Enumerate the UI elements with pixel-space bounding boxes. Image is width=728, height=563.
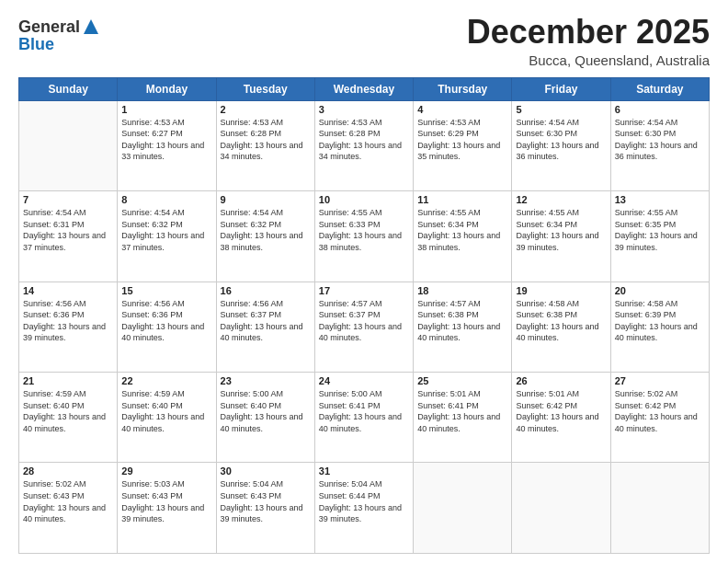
day-info: Sunrise: 5:00 AM Sunset: 6:41 PM Dayligh… (319, 388, 409, 434)
calendar-cell: 14Sunrise: 4:56 AM Sunset: 6:36 PM Dayli… (19, 282, 118, 372)
day-number: 16 (221, 285, 311, 296)
day-number: 14 (23, 285, 113, 296)
calendar-cell: 1Sunrise: 4:53 AM Sunset: 6:27 PM Daylig… (118, 100, 216, 190)
calendar-cell: 6Sunrise: 4:54 AM Sunset: 6:30 PM Daylig… (610, 100, 709, 190)
location: Bucca, Queensland, Australia (467, 52, 710, 68)
day-info: Sunrise: 5:00 AM Sunset: 6:40 PM Dayligh… (221, 388, 311, 434)
calendar-cell: 21Sunrise: 4:59 AM Sunset: 6:40 PM Dayli… (19, 373, 118, 463)
week-row-2: 7Sunrise: 4:54 AM Sunset: 6:31 PM Daylig… (19, 191, 710, 282)
calendar-cell (610, 463, 709, 554)
day-number: 23 (221, 375, 311, 386)
day-number: 15 (121, 285, 211, 296)
day-info: Sunrise: 4:57 AM Sunset: 6:38 PM Dayligh… (417, 298, 507, 344)
calendar-cell: 3Sunrise: 4:53 AM Sunset: 6:28 PM Daylig… (314, 100, 413, 190)
day-info: Sunrise: 4:59 AM Sunset: 6:40 PM Dayligh… (121, 388, 211, 434)
calendar-cell: 23Sunrise: 5:00 AM Sunset: 6:40 PM Dayli… (216, 373, 314, 463)
calendar-cell: 28Sunrise: 5:02 AM Sunset: 6:43 PM Dayli… (19, 463, 118, 554)
day-number: 9 (221, 194, 311, 205)
day-info: Sunrise: 4:54 AM Sunset: 6:30 PM Dayligh… (615, 117, 705, 163)
day-number: 4 (417, 104, 507, 115)
day-number: 20 (615, 285, 705, 296)
day-number: 27 (615, 375, 705, 386)
header: General Blue December 2025 Bucca, Queens… (18, 14, 710, 68)
calendar-cell: 20Sunrise: 4:58 AM Sunset: 6:39 PM Dayli… (610, 282, 709, 372)
day-number: 25 (417, 375, 507, 386)
calendar-cell: 9Sunrise: 4:54 AM Sunset: 6:32 PM Daylig… (216, 191, 314, 282)
calendar-cell: 29Sunrise: 5:03 AM Sunset: 6:43 PM Dayli… (118, 463, 216, 554)
week-row-3: 14Sunrise: 4:56 AM Sunset: 6:36 PM Dayli… (19, 282, 710, 372)
calendar-cell: 25Sunrise: 5:01 AM Sunset: 6:41 PM Dayli… (414, 373, 512, 463)
day-number: 5 (516, 104, 606, 115)
logo-blue-text: Blue (18, 35, 100, 54)
calendar-header-thursday: Thursday (414, 77, 512, 100)
day-number: 11 (417, 194, 507, 205)
calendar-cell: 17Sunrise: 4:57 AM Sunset: 6:37 PM Dayli… (314, 282, 413, 372)
calendar-cell: 5Sunrise: 4:54 AM Sunset: 6:30 PM Daylig… (512, 100, 610, 190)
day-info: Sunrise: 5:01 AM Sunset: 6:42 PM Dayligh… (516, 388, 606, 434)
logo-general-text: General (18, 17, 80, 37)
day-info: Sunrise: 5:02 AM Sunset: 6:43 PM Dayligh… (23, 478, 113, 524)
day-number: 26 (516, 375, 606, 386)
calendar-table: SundayMondayTuesdayWednesdayThursdayFrid… (18, 77, 710, 554)
day-number: 21 (23, 375, 113, 386)
day-number: 18 (417, 285, 507, 296)
day-number: 17 (319, 285, 409, 296)
day-number: 12 (516, 194, 606, 205)
calendar-cell: 19Sunrise: 4:58 AM Sunset: 6:38 PM Dayli… (512, 282, 610, 372)
calendar-cell (512, 463, 610, 554)
day-info: Sunrise: 4:55 AM Sunset: 6:34 PM Dayligh… (417, 207, 507, 253)
day-number: 2 (221, 104, 311, 115)
day-info: Sunrise: 4:55 AM Sunset: 6:34 PM Dayligh… (516, 207, 606, 253)
calendar-page: General Blue December 2025 Bucca, Queens… (0, 0, 728, 563)
day-info: Sunrise: 5:01 AM Sunset: 6:41 PM Dayligh… (417, 388, 507, 434)
calendar-header-sunday: Sunday (19, 77, 118, 100)
calendar-cell (19, 100, 118, 190)
day-number: 19 (516, 285, 606, 296)
day-number: 8 (121, 194, 211, 205)
day-info: Sunrise: 5:03 AM Sunset: 6:43 PM Dayligh… (121, 478, 211, 524)
calendar-cell: 18Sunrise: 4:57 AM Sunset: 6:38 PM Dayli… (414, 282, 512, 372)
day-info: Sunrise: 5:02 AM Sunset: 6:42 PM Dayligh… (615, 388, 705, 434)
day-info: Sunrise: 4:53 AM Sunset: 6:28 PM Dayligh… (319, 117, 409, 163)
day-number: 22 (121, 375, 211, 386)
week-row-5: 28Sunrise: 5:02 AM Sunset: 6:43 PM Dayli… (19, 463, 710, 554)
day-number: 13 (615, 194, 705, 205)
day-info: Sunrise: 4:58 AM Sunset: 6:38 PM Dayligh… (516, 298, 606, 344)
day-info: Sunrise: 5:04 AM Sunset: 6:44 PM Dayligh… (319, 478, 409, 524)
logo-icon (82, 17, 100, 36)
calendar-cell: 26Sunrise: 5:01 AM Sunset: 6:42 PM Dayli… (512, 373, 610, 463)
calendar-header-tuesday: Tuesday (216, 77, 314, 100)
calendar-cell: 8Sunrise: 4:54 AM Sunset: 6:32 PM Daylig… (118, 191, 216, 282)
day-number: 30 (221, 465, 311, 477)
calendar-cell (414, 463, 512, 554)
day-info: Sunrise: 4:53 AM Sunset: 6:29 PM Dayligh… (417, 117, 507, 163)
calendar-header-row: SundayMondayTuesdayWednesdayThursdayFrid… (19, 77, 710, 100)
day-info: Sunrise: 4:56 AM Sunset: 6:36 PM Dayligh… (121, 298, 211, 344)
calendar-cell: 16Sunrise: 4:56 AM Sunset: 6:37 PM Dayli… (216, 282, 314, 372)
logo: General Blue (18, 17, 100, 54)
calendar-cell: 2Sunrise: 4:53 AM Sunset: 6:28 PM Daylig… (216, 100, 314, 190)
calendar-cell: 11Sunrise: 4:55 AM Sunset: 6:34 PM Dayli… (414, 191, 512, 282)
title-block: December 2025 Bucca, Queensland, Austral… (467, 14, 710, 68)
day-number: 7 (23, 194, 113, 205)
day-info: Sunrise: 4:57 AM Sunset: 6:37 PM Dayligh… (319, 298, 409, 344)
calendar-cell: 12Sunrise: 4:55 AM Sunset: 6:34 PM Dayli… (512, 191, 610, 282)
day-info: Sunrise: 5:04 AM Sunset: 6:43 PM Dayligh… (221, 478, 311, 524)
day-number: 28 (23, 465, 113, 477)
day-info: Sunrise: 4:53 AM Sunset: 6:28 PM Dayligh… (221, 117, 311, 163)
calendar-cell: 4Sunrise: 4:53 AM Sunset: 6:29 PM Daylig… (414, 100, 512, 190)
day-number: 6 (615, 104, 705, 115)
day-info: Sunrise: 4:53 AM Sunset: 6:27 PM Dayligh… (121, 117, 211, 163)
week-row-4: 21Sunrise: 4:59 AM Sunset: 6:40 PM Dayli… (19, 373, 710, 463)
calendar-header-monday: Monday (118, 77, 216, 100)
day-number: 10 (319, 194, 409, 205)
calendar-cell: 31Sunrise: 5:04 AM Sunset: 6:44 PM Dayli… (314, 463, 413, 554)
week-row-1: 1Sunrise: 4:53 AM Sunset: 6:27 PM Daylig… (19, 100, 710, 190)
calendar-cell: 7Sunrise: 4:54 AM Sunset: 6:31 PM Daylig… (19, 191, 118, 282)
calendar-cell: 27Sunrise: 5:02 AM Sunset: 6:42 PM Dayli… (610, 373, 709, 463)
calendar-cell: 30Sunrise: 5:04 AM Sunset: 6:43 PM Dayli… (216, 463, 314, 554)
calendar-cell: 22Sunrise: 4:59 AM Sunset: 6:40 PM Dayli… (118, 373, 216, 463)
day-info: Sunrise: 4:55 AM Sunset: 6:33 PM Dayligh… (319, 207, 409, 253)
calendar-header-saturday: Saturday (610, 77, 709, 100)
day-info: Sunrise: 4:54 AM Sunset: 6:32 PM Dayligh… (121, 207, 211, 253)
